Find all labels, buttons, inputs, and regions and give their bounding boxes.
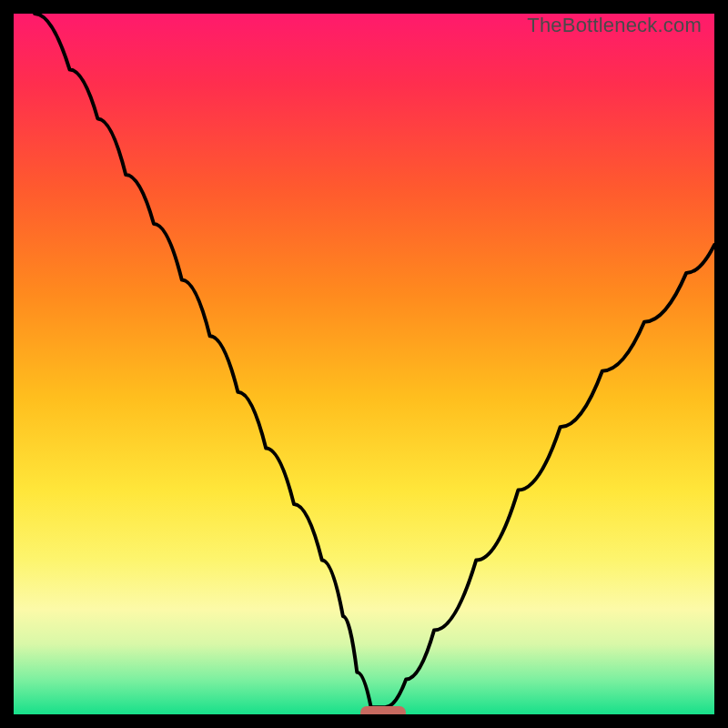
bottleneck-curve <box>14 14 714 714</box>
credit-label: TheBottleneck.com <box>527 14 702 37</box>
optimum-marker <box>360 706 406 714</box>
plot-area: TheBottleneck.com <box>14 14 714 714</box>
chart-frame: TheBottleneck.com <box>0 0 728 728</box>
